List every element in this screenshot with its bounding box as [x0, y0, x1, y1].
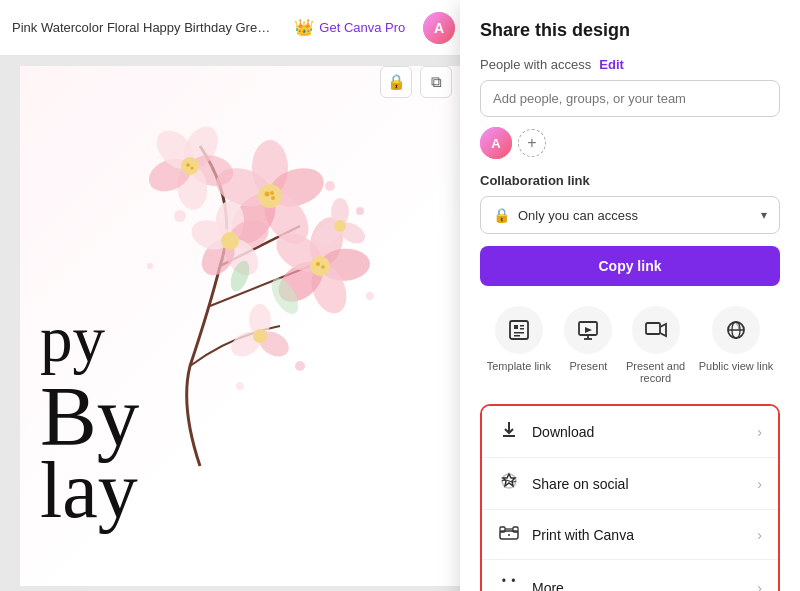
access-text: Only you can access [518, 208, 753, 223]
design-card: py By lay [20, 66, 470, 586]
present-icon [564, 306, 612, 354]
people-input[interactable] [480, 80, 780, 117]
copy-button[interactable]: ⧉ [420, 66, 452, 98]
present-record-label: Present andrecord [626, 360, 685, 384]
svg-text:A: A [491, 136, 501, 151]
svg-marker-73 [585, 327, 592, 333]
chevron-down-icon: ▾ [761, 208, 767, 222]
crown-icon: 👑 [294, 18, 314, 37]
public-view-icon [712, 306, 760, 354]
svg-text:A: A [434, 20, 444, 36]
download-label: Download [532, 424, 745, 440]
document-title: Pink Watercolor Floral Happy Birthday Gr… [12, 20, 276, 35]
svg-rect-65 [514, 325, 518, 329]
public-view-option[interactable]: Public view link [699, 306, 774, 384]
template-link-label: Template link [487, 360, 551, 372]
svg-point-81 [508, 534, 510, 536]
birthday-text: py By lay [40, 298, 139, 526]
download-item[interactable]: Download › [482, 406, 778, 458]
user-avatar: A [480, 127, 512, 159]
svg-rect-66 [520, 325, 524, 327]
add-person-button[interactable]: + [518, 129, 546, 157]
more-label: More [532, 580, 745, 591]
share-panel-title: Share this design [480, 20, 780, 41]
print-canva-label: Print with Canva [532, 527, 745, 543]
people-label: People with access Edit [480, 57, 780, 72]
share-social-icon [498, 472, 520, 495]
more-chevron-icon: › [757, 580, 762, 591]
people-section: People with access Edit A + [480, 57, 780, 159]
collaboration-link-label: Collaboration link [480, 173, 780, 188]
template-link-option[interactable]: Template link [487, 306, 551, 384]
print-canva-icon [498, 524, 520, 545]
more-icon: • • • [498, 574, 520, 591]
share-panel: Share this design People with access Edi… [460, 0, 800, 591]
present-label: Present [569, 360, 607, 372]
svg-rect-74 [646, 323, 660, 334]
copy-link-button[interactable]: Copy link [480, 246, 780, 286]
lock-icon: 🔒 [493, 207, 510, 223]
share-social-item[interactable]: Share on social › [482, 458, 778, 510]
svg-rect-69 [514, 335, 520, 337]
share-social-chevron-icon: › [757, 476, 762, 492]
public-view-label: Public view link [699, 360, 774, 372]
lock-button[interactable]: 🔒 [380, 66, 412, 98]
present-option[interactable]: Present [564, 306, 612, 384]
print-canva-item[interactable]: Print with Canva › [482, 510, 778, 560]
get-canva-pro-button[interactable]: 👑 Get Canva Pro [284, 12, 415, 43]
svg-rect-67 [520, 328, 524, 330]
more-item[interactable]: • • • More › [482, 560, 778, 591]
avatar[interactable]: A [423, 12, 455, 44]
svg-rect-68 [514, 332, 524, 334]
download-icon [498, 420, 520, 443]
share-social-label: Share on social [532, 476, 745, 492]
share-options-grid: Template link Present Present andrec [480, 306, 780, 384]
present-record-option[interactable]: Present andrecord [626, 306, 685, 384]
access-dropdown[interactable]: 🔒 Only you can access ▾ [480, 196, 780, 234]
action-list: Download › Share on social › [480, 404, 780, 591]
present-record-icon [632, 306, 680, 354]
get-canva-pro-label: Get Canva Pro [319, 20, 405, 35]
print-canva-chevron-icon: › [757, 527, 762, 543]
avatars-row: A + [480, 127, 780, 159]
template-link-icon [495, 306, 543, 354]
edit-link[interactable]: Edit [599, 57, 624, 72]
download-chevron-icon: › [757, 424, 762, 440]
